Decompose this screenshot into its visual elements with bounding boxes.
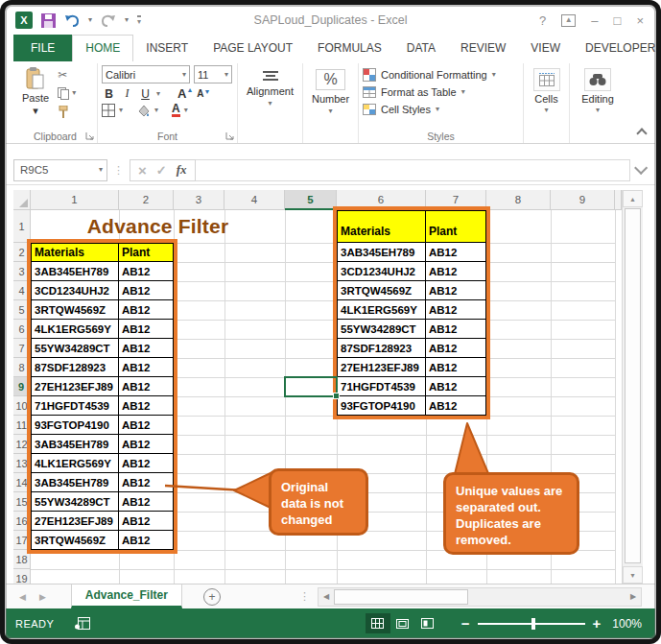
font-dialog-launcher-icon[interactable]	[225, 131, 234, 140]
zoom-in-button[interactable]: +	[593, 615, 602, 632]
cell[interactable]: 87SDF128923	[31, 358, 119, 377]
sheet-nav-left-icon[interactable]: ◀	[19, 592, 26, 602]
cell[interactable]: 3RTQW4569Z	[337, 281, 426, 300]
redo-dropdown-icon[interactable]: ▾	[125, 16, 129, 24]
alignment-button[interactable]: Alignment ▾	[242, 65, 298, 107]
conditional-formatting-button[interactable]: Conditional Formatting ▾	[363, 68, 519, 82]
cell[interactable]: AB12	[426, 396, 486, 416]
cell[interactable]: AB12	[119, 454, 174, 473]
zoom-slider-thumb[interactable]	[531, 618, 535, 630]
horizontal-scrollbar[interactable]: ◀ ▶	[318, 587, 642, 607]
normal-view-button[interactable]	[366, 613, 390, 633]
cell[interactable]: 27EH123EFJ89	[337, 358, 426, 377]
cell[interactable]: 3AB345EH789	[31, 262, 119, 281]
cell[interactable]: AB12	[426, 358, 486, 377]
tab-view[interactable]: VIEW	[518, 35, 573, 61]
fill-color-icon[interactable]	[136, 105, 151, 117]
bold-button[interactable]: B	[102, 87, 116, 101]
minimize-button[interactable]: –	[591, 13, 598, 28]
cell[interactable]: AB12	[119, 339, 174, 358]
customize-quick-access-icon[interactable]: ▾	[137, 15, 141, 26]
page-layout-view-button[interactable]	[390, 613, 415, 633]
cell[interactable]: 55YW34289CT	[337, 320, 426, 339]
format-painter-button[interactable]	[58, 105, 76, 118]
row-header-4[interactable]: 4	[13, 281, 31, 300]
ribbon-display-options-button[interactable]: ▲	[561, 14, 576, 27]
cell[interactable]: 93FGTOP4190	[31, 416, 119, 435]
paste-button[interactable]: Paste ▾	[17, 65, 54, 118]
row-header-14[interactable]: 14	[13, 473, 31, 492]
column-header-3[interactable]: 3	[174, 190, 224, 210]
scroll-left-icon[interactable]: ◀	[319, 592, 334, 601]
cell[interactable]: AB12	[426, 243, 486, 262]
cell[interactable]: AB12	[119, 281, 174, 300]
cells-button[interactable]: Cells ▾	[528, 65, 565, 114]
font-color-dropdown-icon[interactable]: ▾	[184, 107, 188, 114]
redo-button[interactable]	[101, 14, 116, 27]
tab-page-layout[interactable]: PAGE LAYOUT	[201, 35, 305, 61]
row-header-1[interactable]: 1	[13, 210, 31, 243]
increase-font-button[interactable]: A▲	[177, 86, 193, 101]
select-all-corner[interactable]	[13, 190, 31, 210]
page-break-view-button[interactable]	[415, 613, 440, 633]
header-cell[interactable]: Materials	[31, 243, 119, 262]
cell[interactable]: 3AB345EH789	[31, 435, 119, 454]
vertical-scrollbar[interactable]: ▲ ▼	[622, 190, 643, 584]
cell[interactable]: AB12	[119, 358, 174, 377]
paste-dropdown-icon[interactable]: ▾	[33, 106, 38, 116]
cell[interactable]: AB12	[119, 262, 174, 281]
column-header-5[interactable]: 5	[285, 190, 337, 210]
enter-icon[interactable]: ✓	[156, 164, 167, 177]
fill-handle[interactable]	[333, 393, 340, 399]
row-header-12[interactable]: 12	[13, 435, 31, 454]
cell[interactable]: AB12	[426, 320, 486, 339]
tab-insert[interactable]: INSERT	[133, 35, 201, 61]
worksheet-grid[interactable]: 123456789 12345678910111213141516171819 …	[6, 190, 655, 584]
cell[interactable]: 71HGFDT4539	[337, 377, 426, 396]
cell-styles-button[interactable]: Cell Styles ▾	[363, 103, 519, 116]
row-header-8[interactable]: 8	[13, 358, 31, 377]
cell[interactable]: 55YW34289CT	[31, 339, 119, 358]
cell[interactable]: AB12	[119, 473, 174, 492]
undo-button[interactable]	[64, 14, 80, 27]
formula-bar-expand-icon[interactable]	[634, 161, 648, 175]
cell[interactable]: AB12	[119, 320, 174, 339]
horizontal-scroll-thumb[interactable]	[334, 589, 468, 605]
zoom-level[interactable]: 100%	[612, 617, 642, 631]
insert-function-button[interactable]: fx	[177, 162, 187, 178]
cell[interactable]: 93FGTOP4190	[337, 396, 426, 416]
underline-button[interactable]: U	[138, 87, 153, 101]
cell[interactable]: AB12	[426, 281, 486, 300]
close-button[interactable]: ×	[636, 13, 644, 28]
decrease-font-button[interactable]: A▼	[197, 88, 210, 99]
font-color-button[interactable]: A	[172, 104, 180, 117]
cell[interactable]: AB12	[119, 396, 174, 416]
scroll-up-icon[interactable]: ▲	[623, 190, 643, 207]
font-size-select[interactable]: 11▾	[194, 65, 232, 83]
row-header-11[interactable]: 11	[13, 416, 31, 435]
fill-color-dropdown-icon[interactable]: ▾	[154, 107, 158, 114]
number-button[interactable]: % Number ▾	[307, 65, 354, 115]
row-header-10[interactable]: 10	[13, 396, 31, 416]
row-header-17[interactable]: 17	[13, 531, 31, 550]
row-header-2[interactable]: 2	[13, 243, 31, 262]
tab-data[interactable]: DATA	[394, 35, 448, 61]
sheet-nav-right-icon[interactable]: ▶	[39, 592, 46, 602]
tab-file[interactable]: FILE	[13, 35, 72, 61]
name-box[interactable]: R9C5 ▾	[13, 159, 107, 181]
tab-developer[interactable]: DEVELOPER	[573, 35, 661, 61]
tab-formulas[interactable]: FORMULAS	[305, 35, 394, 61]
copy-button[interactable]: ▾	[58, 86, 76, 100]
vertical-scroll-thumb[interactable]	[625, 208, 641, 563]
row-header-7[interactable]: 7	[13, 339, 31, 358]
cell[interactable]: AB12	[119, 300, 174, 320]
help-button[interactable]: ?	[539, 13, 546, 28]
cell[interactable]: 87SDF128923	[337, 339, 426, 358]
selected-cell[interactable]	[284, 376, 338, 397]
borders-icon[interactable]	[102, 104, 115, 117]
cell[interactable]: AB12	[119, 435, 174, 454]
cell[interactable]: AB12	[119, 377, 174, 396]
cell[interactable]: 27EH123EFJ89	[31, 377, 119, 396]
new-sheet-button[interactable]: +	[203, 588, 221, 606]
row-header-19[interactable]: 19	[13, 569, 31, 584]
